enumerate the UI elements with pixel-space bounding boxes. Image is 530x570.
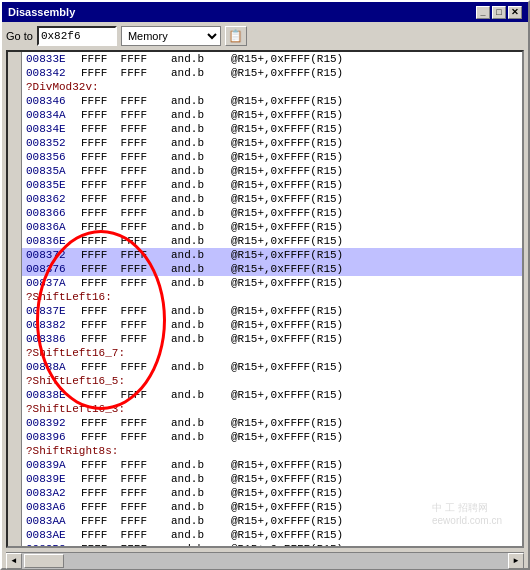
instr-cell: and.b: [167, 416, 227, 430]
addr-cell: 0083A2: [22, 486, 77, 500]
table-row[interactable]: 008392 FFFF FFFF and.b @R15+,0xFFFF(R15): [22, 416, 522, 430]
table-row[interactable]: 00834E FFFF FFFF and.b @R15+,0xFFFF(R15): [22, 122, 522, 136]
bytes-cell: FFFF FFFF: [77, 192, 167, 206]
ops-cell: @R15+,0xFFFF(R15): [227, 164, 522, 178]
table-row[interactable]: 008342 FFFF FFFF and.b @R15+,0xFFFF(R15): [22, 66, 522, 80]
ops-cell: @R15+,0xFFFF(R15): [227, 66, 522, 80]
bytes-cell: FFFF FFFF: [77, 94, 167, 108]
table-row[interactable]: ?ShiftLeft16:: [22, 290, 522, 304]
scroll-track[interactable]: [22, 553, 508, 569]
instr-cell: and.b: [167, 332, 227, 346]
ops-cell: @R15+,0xFFFF(R15): [227, 178, 522, 192]
table-row[interactable]: 008356 FFFF FFFF and.b @R15+,0xFFFF(R15): [22, 150, 522, 164]
bytes-cell: FFFF FFFF: [77, 164, 167, 178]
instr-cell: and.b: [167, 262, 227, 276]
table-row[interactable]: 00836A FFFF FFFF and.b @R15+,0xFFFF(R15): [22, 220, 522, 234]
instr-cell: and.b: [167, 136, 227, 150]
instr-cell: and.b: [167, 458, 227, 472]
table-row[interactable]: 008362 FFFF FFFF and.b @R15+,0xFFFF(R15): [22, 192, 522, 206]
table-row[interactable]: ?ShiftLeft16_5:: [22, 374, 522, 388]
table-row[interactable]: 008366 FFFF FFFF and.b @R15+,0xFFFF(R15): [22, 206, 522, 220]
horizontal-scrollbar[interactable]: ◄ ►: [6, 552, 524, 568]
instr-cell: and.b: [167, 528, 227, 542]
goto-input[interactable]: [37, 26, 117, 46]
maximize-button[interactable]: □: [492, 6, 506, 19]
ops-cell: @R15+,0xFFFF(R15): [227, 276, 522, 290]
addr-cell: 0083B2: [22, 542, 77, 546]
ops-cell: @R15+,0xFFFF(R15): [227, 192, 522, 206]
table-row[interactable]: 00838E FFFF FFFF and.b @R15+,0xFFFF(R15): [22, 388, 522, 402]
addr-cell: 008346: [22, 94, 77, 108]
addr-cell: 00835A: [22, 164, 77, 178]
bytes-cell: FFFF FFFF: [77, 458, 167, 472]
table-row[interactable]: 0083AA FFFF FFFF and.b @R15+,0xFFFF(R15): [22, 514, 522, 528]
toolbar: Go to Memory 📋: [2, 22, 528, 50]
title-bar-buttons: _ □ ✕: [476, 6, 522, 19]
instr-cell: and.b: [167, 318, 227, 332]
table-row[interactable]: 00836E FFFF FFFF and.b @R15+,0xFFFF(R15): [22, 234, 522, 248]
table-row[interactable]: 00839E FFFF FFFF and.b @R15+,0xFFFF(R15): [22, 472, 522, 486]
bytes-cell: FFFF FFFF: [77, 150, 167, 164]
bytes-cell: FFFF FFFF: [77, 262, 167, 276]
table-row[interactable]: 008376 FFFF FFFF and.b @R15+,0xFFFF(R15): [22, 262, 522, 276]
title-bar: Disassembly _ □ ✕: [2, 2, 528, 22]
table-row[interactable]: 008346 FFFF FFFF and.b @R15+,0xFFFF(R15): [22, 94, 522, 108]
table-row[interactable]: 00837E FFFF FFFF and.b @R15+,0xFFFF(R15): [22, 304, 522, 318]
table-row[interactable]: ?ShiftRight8s:: [22, 444, 522, 458]
ops-cell: @R15+,0xFFFF(R15): [227, 360, 522, 374]
bytes-cell: FFFF FFFF: [77, 304, 167, 318]
table-row[interactable]: 0083AE FFFF FFFF and.b @R15+,0xFFFF(R15): [22, 528, 522, 542]
table-row[interactable]: 008352 FFFF FFFF and.b @R15+,0xFFFF(R15): [22, 136, 522, 150]
bytes-cell: FFFF FFFF: [77, 108, 167, 122]
ops-cell: @R15+,0xFFFF(R15): [227, 528, 522, 542]
table-row[interactable]: 0083A2 FFFF FFFF and.b @R15+,0xFFFF(R15): [22, 486, 522, 500]
label-cell: ?ShiftRight8s:: [22, 444, 522, 458]
table-row[interactable]: 0083B2 FFFF FFFF and.b @R15+,0xFFFF(R15): [22, 542, 522, 546]
copy-button[interactable]: 📋: [225, 26, 247, 46]
ops-cell: @R15+,0xFFFF(R15): [227, 108, 522, 122]
label-cell: ?ShiftLeft16_7:: [22, 346, 522, 360]
scroll-left-button[interactable]: ◄: [6, 553, 22, 569]
label-cell: ?ShiftLeft16_3:: [22, 402, 522, 416]
bytes-cell: FFFF FFFF: [77, 206, 167, 220]
instr-cell: and.b: [167, 108, 227, 122]
ops-cell: @R15+,0xFFFF(R15): [227, 458, 522, 472]
table-row[interactable]: ?ShiftLeft16_7:: [22, 346, 522, 360]
memory-dropdown[interactable]: Memory: [121, 26, 221, 46]
ops-cell: @R15+,0xFFFF(R15): [227, 94, 522, 108]
ops-cell: @R15+,0xFFFF(R15): [227, 206, 522, 220]
scroll-thumb[interactable]: [24, 554, 64, 568]
table-row[interactable]: ?ShiftLeft16_3:: [22, 402, 522, 416]
bytes-cell: FFFF FFFF: [77, 178, 167, 192]
table-row[interactable]: 008396 FFFF FFFF and.b @R15+,0xFFFF(R15): [22, 430, 522, 444]
instr-cell: and.b: [167, 94, 227, 108]
close-button[interactable]: ✕: [508, 6, 522, 19]
table-row[interactable]: 008382 FFFF FFFF and.b @R15+,0xFFFF(R15): [22, 318, 522, 332]
table-row[interactable]: 00833E FFFF FFFF and.b @R15+,0xFFFF(R15): [22, 52, 522, 66]
table-row[interactable]: 00835A FFFF FFFF and.b @R15+,0xFFFF(R15): [22, 164, 522, 178]
table-row[interactable]: 00839A FFFF FFFF and.b @R15+,0xFFFF(R15): [22, 458, 522, 472]
table-row[interactable]: 00834A FFFF FFFF and.b @R15+,0xFFFF(R15): [22, 108, 522, 122]
table-row[interactable]: ?DivMod32v:: [22, 80, 522, 94]
addr-cell: 0083A6: [22, 500, 77, 514]
ops-cell: @R15+,0xFFFF(R15): [227, 430, 522, 444]
ops-cell: @R15+,0xFFFF(R15): [227, 150, 522, 164]
table-row[interactable]: 008372 FFFF FFFF and.b @R15+,0xFFFF(R15): [22, 248, 522, 262]
table-row[interactable]: 00838A FFFF FFFF and.b @R15+,0xFFFF(R15): [22, 360, 522, 374]
table-row[interactable]: 008386 FFFF FFFF and.b @R15+,0xFFFF(R15): [22, 332, 522, 346]
instr-cell: and.b: [167, 164, 227, 178]
scroll-right-button[interactable]: ►: [508, 553, 524, 569]
disasm-scroll-area[interactable]: 00833E FFFF FFFF and.b @R15+,0xFFFF(R15)…: [22, 52, 522, 546]
instr-cell: and.b: [167, 514, 227, 528]
ops-cell: @R15+,0xFFFF(R15): [227, 52, 522, 66]
table-row[interactable]: 0083A6 FFFF FFFF and.b @R15+,0xFFFF(R15): [22, 500, 522, 514]
addr-cell: 00838A: [22, 360, 77, 374]
table-row[interactable]: 00837A FFFF FFFF and.b @R15+,0xFFFF(R15): [22, 276, 522, 290]
ops-cell: @R15+,0xFFFF(R15): [227, 514, 522, 528]
table-row[interactable]: 00835E FFFF FFFF and.b @R15+,0xFFFF(R15): [22, 178, 522, 192]
copy-icon: 📋: [228, 29, 243, 43]
ops-cell: @R15+,0xFFFF(R15): [227, 486, 522, 500]
addr-cell: 00836A: [22, 220, 77, 234]
minimize-button[interactable]: _: [476, 6, 490, 19]
addr-cell: 0083AE: [22, 528, 77, 542]
